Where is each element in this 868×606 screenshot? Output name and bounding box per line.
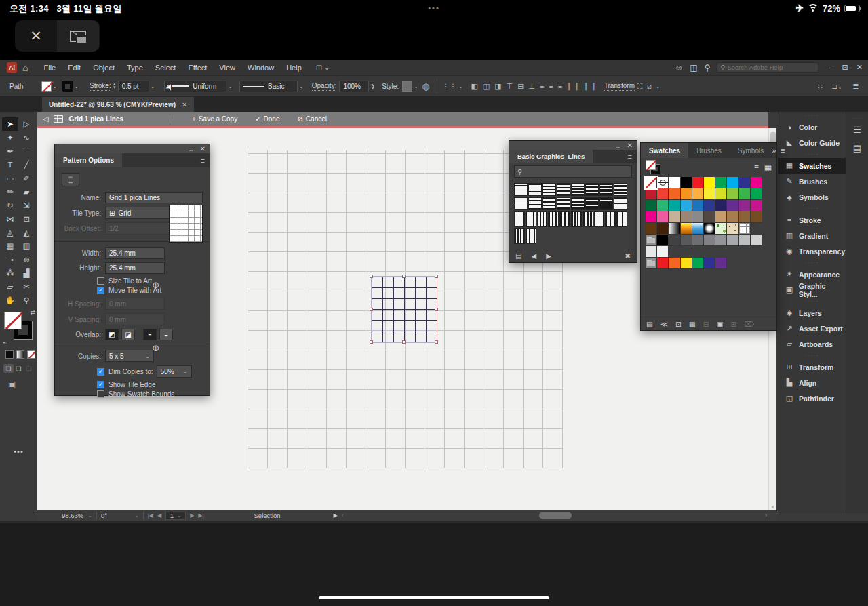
stroke-weight-chevron-icon[interactable]: ⌄	[151, 83, 155, 89]
brush-search-box[interactable]: ⚲	[514, 165, 632, 178]
distribute-bottom-icon[interactable]: ≡	[555, 82, 564, 91]
swatch[interactable]	[657, 223, 669, 235]
swatch[interactable]	[681, 258, 692, 269]
menu-type[interactable]: Type	[121, 62, 149, 73]
list-view-icon[interactable]: ≡	[754, 163, 759, 172]
swatch[interactable]	[727, 177, 738, 188]
menu-effect[interactable]: Effect	[182, 62, 213, 73]
swatch[interactable]	[681, 177, 692, 188]
rotation-chevron-icon[interactable]: ⌄	[134, 512, 139, 519]
swatch[interactable]	[669, 211, 680, 223]
swatch[interactable]	[715, 223, 727, 235]
dim-copies-dropdown[interactable]: 50% ⌄	[157, 365, 192, 378]
prev-artboard-icon[interactable]: ◀	[157, 512, 161, 519]
panel-menu-icon[interactable]: ≡	[628, 150, 637, 163]
pattern-swatch[interactable]	[557, 197, 570, 210]
first-artboard-icon[interactable]: |◀	[148, 512, 153, 519]
selection-handle[interactable]	[402, 275, 406, 278]
swatch[interactable]	[727, 188, 738, 200]
illustrator-logo[interactable]: Ai	[7, 62, 17, 73]
pattern-swatch[interactable]	[514, 228, 525, 244]
menu-window[interactable]: Window	[241, 62, 280, 73]
swatch[interactable]	[727, 211, 738, 223]
draw-behind-button[interactable]: ❏	[14, 364, 24, 373]
overlap-top-in-front-button[interactable]: ◓	[143, 329, 157, 340]
chevron-down-icon[interactable]: ⌄	[656, 83, 660, 89]
panel-item-graphic-styles[interactable]: ▣Graphic Styl...	[778, 282, 846, 298]
align-left-icon[interactable]: ◧	[469, 82, 480, 91]
swatch[interactable]	[646, 188, 657, 200]
chevron-down-icon[interactable]: ⌄	[458, 83, 463, 89]
align-right-icon[interactable]: ◨	[492, 82, 504, 91]
multitask-dots-icon[interactable]: •••	[0, 4, 868, 12]
fill-color-swatch[interactable]	[41, 81, 52, 92]
pattern-swatch[interactable]	[528, 197, 542, 210]
chevron-down-icon[interactable]: ⌄	[228, 83, 233, 89]
dock-options-icon[interactable]: ⊐⌄	[829, 82, 844, 91]
pattern-swatch[interactable]	[548, 211, 559, 227]
opacity-field[interactable]: 100%	[339, 81, 369, 92]
pattern-swatch[interactable]	[514, 197, 528, 210]
swatch[interactable]	[681, 188, 692, 200]
document-tab[interactable]: Untitled-22* @ 98.63 % (CMYK/Preview) ✕	[42, 97, 194, 112]
menu-object[interactable]: Object	[87, 62, 121, 73]
swatch[interactable]	[669, 223, 680, 235]
pen-tool[interactable]: ✒	[2, 144, 18, 158]
close-window-button[interactable]: ✕	[856, 63, 863, 72]
swatch[interactable]	[692, 223, 704, 235]
close-panel-icon[interactable]: ✕	[200, 145, 205, 153]
pattern-swatch[interactable]	[559, 211, 570, 227]
scale-tool[interactable]: ⇲	[18, 199, 35, 212]
direct-selection-tool[interactable]: ▷	[18, 117, 35, 131]
distribute-right-icon[interactable]: ∥	[582, 82, 591, 91]
app-frame-icon[interactable]: ◫	[690, 63, 697, 73]
collapse-panel-icon[interactable]: ‥	[189, 146, 194, 153]
align-bottom-icon[interactable]: ⊥	[526, 82, 538, 91]
draw-normal-button[interactable]: ❏	[3, 364, 14, 373]
chevron-down-icon[interactable]: ⌄	[414, 83, 418, 89]
swatch[interactable]	[669, 188, 680, 200]
panel-item-artboards[interactable]: ▱Artboards	[778, 336, 846, 352]
transform-link[interactable]: Transform	[604, 82, 635, 91]
zoom-level[interactable]: 98.63%	[62, 512, 83, 519]
swatch[interactable]	[646, 211, 657, 223]
pattern-swatch[interactable]	[616, 211, 627, 227]
swatch[interactable]	[704, 258, 715, 269]
pattern-swatch[interactable]	[537, 211, 548, 227]
perspective-grid-tool[interactable]: ◭	[18, 226, 35, 239]
move-tile-with-art-checkbox[interactable]	[97, 287, 104, 294]
pattern-tile-artwork[interactable]	[372, 277, 437, 342]
panel-item-transparency[interactable]: ◉Transparency	[778, 243, 846, 259]
resize-session-button[interactable]	[57, 20, 99, 52]
pattern-tile-tool-button[interactable]: ▫▫ ↔	[62, 173, 79, 186]
pattern-swatch[interactable]	[614, 197, 627, 210]
swatch[interactable]	[669, 177, 680, 188]
swatch[interactable]	[692, 258, 704, 269]
horizontal-scroll-thumb[interactable]	[539, 512, 572, 519]
done-button[interactable]: ✓ Done	[255, 115, 279, 123]
distribute-left-icon[interactable]: ∥	[565, 82, 574, 91]
panel-item-transform[interactable]: ⊞Transform	[778, 359, 846, 375]
swap-fill-stroke-icon[interactable]: ⇄	[30, 309, 35, 316]
line-segment-tool[interactable]: ╱	[18, 158, 35, 171]
swatch[interactable]	[646, 246, 657, 258]
show-swatch-bounds-checkbox[interactable]	[97, 390, 104, 398]
next-artboard-icon[interactable]: ▶	[190, 512, 194, 519]
close-tab-icon[interactable]: ✕	[182, 101, 187, 108]
zoom-tool[interactable]: ⚲	[18, 294, 35, 307]
close-session-button[interactable]: ✕	[15, 20, 57, 52]
pattern-swatch[interactable]	[594, 211, 605, 227]
panel-item-color[interactable]: ◑Color	[778, 119, 846, 135]
touch-workspace-icon[interactable]: ∷	[818, 83, 823, 90]
pencil-tool[interactable]: ✏	[2, 185, 18, 199]
panel-item-swatches[interactable]: ▦Swatches	[778, 158, 846, 174]
expand-icon[interactable]: ⛶	[635, 82, 645, 91]
selection-handle[interactable]	[435, 275, 438, 278]
rotation-value[interactable]: 0°	[101, 512, 107, 519]
swatch[interactable]	[715, 258, 727, 269]
swatch[interactable]	[669, 200, 680, 211]
prev-library-icon[interactable]: ◀	[531, 252, 536, 260]
list-options-icon[interactable]: ≣	[850, 82, 861, 91]
swatch[interactable]	[692, 200, 704, 211]
libraries-icon[interactable]: ▤	[646, 320, 653, 328]
